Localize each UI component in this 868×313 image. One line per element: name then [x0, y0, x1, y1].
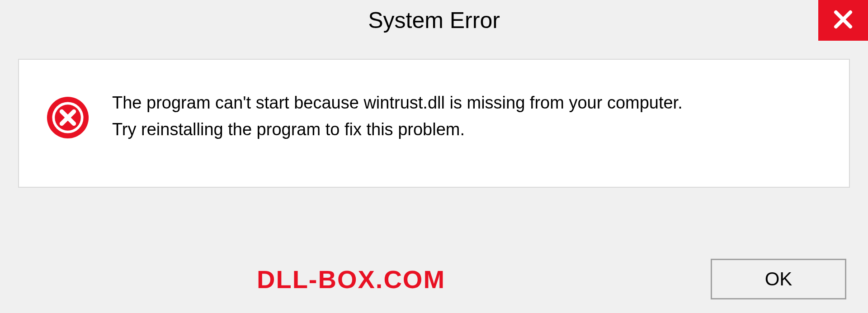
- message-block: The program can't start because wintrust…: [112, 91, 683, 142]
- dialog-title: System Error: [368, 7, 500, 33]
- message-line-1: The program can't start because wintrust…: [112, 91, 683, 114]
- ok-button[interactable]: OK: [711, 259, 846, 299]
- titlebar: System Error: [0, 0, 868, 41]
- close-icon: [832, 9, 854, 32]
- close-button[interactable]: [818, 0, 868, 41]
- message-line-2: Try reinstalling the program to fix this…: [112, 118, 683, 141]
- message-panel: The program can't start because wintrust…: [18, 59, 850, 188]
- footer: DLL-BOX.COM OK: [0, 259, 868, 299]
- watermark-text: DLL-BOX.COM: [257, 265, 445, 294]
- error-icon: [46, 96, 90, 139]
